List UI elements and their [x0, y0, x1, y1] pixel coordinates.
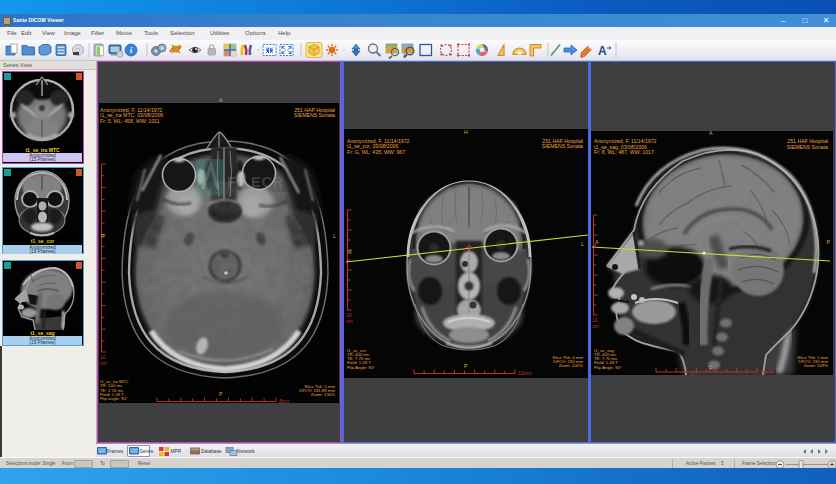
svg-text:A: A	[598, 44, 607, 58]
svg-text:FILECR: FILECR	[227, 173, 284, 190]
svg-text:cm: cm	[592, 323, 599, 329]
svg-text:Database: Database	[201, 449, 222, 454]
svg-text:8cm: 8cm	[279, 398, 290, 403]
svg-text:cm: cm	[346, 318, 353, 324]
svg-text:Frames: Frames	[107, 449, 124, 454]
svg-text:cm: cm	[100, 360, 107, 366]
svg-text:.com: .com	[269, 189, 288, 198]
svg-text:Network: Network	[237, 449, 255, 454]
svg-text:10cm: 10cm	[760, 369, 774, 375]
svg-text:MPR: MPR	[171, 449, 182, 454]
svg-text:Series: Series	[140, 449, 154, 454]
svg-text:10cm: 10cm	[518, 370, 532, 376]
